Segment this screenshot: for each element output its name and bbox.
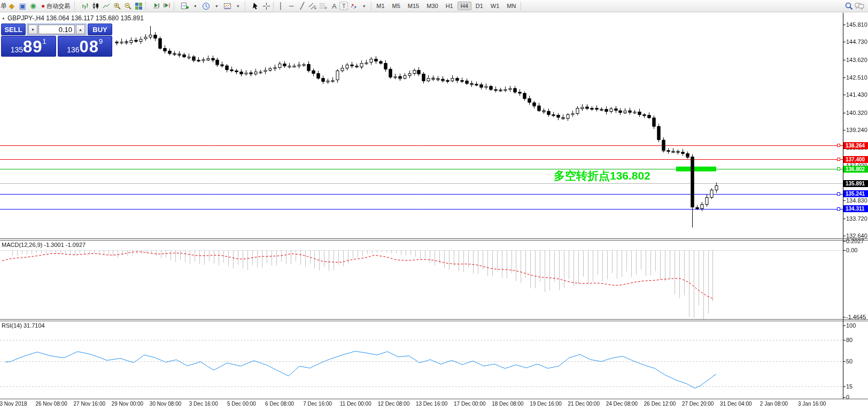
price-level-badge: 136.802 (843, 166, 868, 173)
new-order-icon[interactable]: ◆ (6, 1, 17, 11)
chart-title: GBPJPY-,H4 136.064 136.117 135.680 135.8… (7, 14, 144, 22)
price-tick-label: 140.320 (846, 110, 867, 116)
timeframe-button-H1[interactable]: H1 (443, 2, 456, 10)
price-level-badge: 135.241 (843, 190, 868, 197)
auto-scroll-icon[interactable] (151, 1, 161, 11)
macd-indicator-label: MACD(12,26,9) -1.3001 -1.0927 (2, 242, 86, 248)
buy-button[interactable]: BUY (88, 24, 112, 35)
sell-button[interactable]: SELL (1, 24, 26, 35)
timeframe-button-MN[interactable]: MN (503, 2, 519, 10)
timeframe-button-M15[interactable]: M15 (405, 2, 422, 10)
buy-price-prefix: 136 (67, 45, 79, 54)
templates-dropdown-caret[interactable]: ▾ (232, 1, 243, 11)
chart-collapse-arrow[interactable]: ▲ (2, 16, 5, 20)
volume-decrease-button[interactable]: ▼ (28, 25, 37, 34)
svg-text:F: F (325, 6, 327, 10)
pivot-annotation-text: 多空转折点136.802 (554, 168, 650, 183)
cursor-icon[interactable] (250, 1, 261, 11)
chart-shift-icon[interactable] (161, 1, 172, 11)
bar-chart-icon[interactable] (80, 1, 90, 11)
price-tick-label: 133.720 (846, 215, 867, 222)
arrows-dropdown-caret[interactable]: ▾ (359, 1, 369, 11)
macd-axis-label: 0.2027 (846, 238, 864, 244)
trendline-tool-icon[interactable]: ╱ (297, 1, 307, 11)
timeframe-button-W1[interactable]: W1 (487, 2, 503, 10)
new-chart-icon[interactable]: ▣ (17, 1, 28, 11)
candlestick-icon[interactable] (90, 1, 101, 11)
rsi-axis-label: 15 (846, 383, 852, 390)
price-level-badge: 137.400 (843, 156, 868, 163)
fibonacci-tool-icon[interactable]: F (318, 1, 329, 11)
channel-tool-icon[interactable]: E (307, 1, 318, 11)
chart-canvas[interactable] (0, 0, 868, 411)
volume-increase-button[interactable]: ▲ (76, 25, 85, 34)
zoom-out-icon[interactable] (122, 1, 133, 11)
price-tick-label: 139.240 (846, 127, 867, 133)
search-icon[interactable] (843, 1, 854, 11)
indicators-icon[interactable] (179, 1, 190, 11)
rsi-axis-label: 100 (846, 322, 856, 329)
buy-price-sup: 9 (99, 37, 103, 45)
rsi-axis-label: 0 (846, 394, 849, 400)
signals-icon[interactable]: ◉ (28, 1, 38, 11)
text-tool-icon[interactable]: A (329, 1, 339, 11)
svg-text:E: E (314, 6, 316, 10)
buy-price-box[interactable]: 136 08 9 (58, 36, 113, 57)
timeframe-button-M1[interactable]: M1 (373, 2, 387, 10)
vertical-line-tool-icon[interactable]: │ (275, 1, 286, 11)
main-toolbar: 单 ◆ ▣ ◉ ● 自动交易 ▾ ▾ ▾ │ ─ ╱ E F A T ▾ M1M… (0, 0, 868, 12)
price-tick-label: 143.620 (846, 57, 867, 63)
rsi-axis-label: 50 (846, 358, 852, 365)
time-axis: 3 Nov 201826 Nov 08:0027 Nov 16:0029 Nov… (0, 401, 868, 408)
price-tick-label: 142.510 (846, 74, 867, 81)
timeframe-button-M30[interactable]: M30 (423, 2, 441, 10)
label-tool-icon[interactable]: T (339, 2, 348, 10)
clipped-toolbar-text: 单 (1, 2, 6, 11)
timeframe-toolbar: M1M5M15M30H1H4D1W1MN (373, 2, 519, 10)
one-click-trade-panel: SELL ▼ 0.10 ▲ BUY 135 89 1 136 08 9 (1, 24, 112, 57)
volume-stepper: ▼ 0.10 ▲ (27, 24, 87, 35)
macd-axis-label: -1.4645 (846, 314, 866, 320)
price-tick-label: 144.730 (846, 38, 867, 45)
zoom-in-icon[interactable] (112, 1, 122, 11)
indicators-dropdown-caret[interactable]: ▾ (190, 1, 200, 11)
price-level-badge: 134.311 (843, 205, 868, 212)
sell-price-big: 89 (23, 38, 42, 55)
templates-icon[interactable] (222, 1, 232, 11)
crosshair-icon[interactable] (261, 1, 272, 11)
line-chart-icon[interactable] (101, 1, 112, 11)
chat-icon[interactable] (854, 1, 865, 11)
autotrading-label: 自动交易 (46, 2, 70, 10)
mt4-terminal-window: { "window": { "toolbar_clipped_text": "单… (0, 0, 868, 411)
timeframe-button-D1[interactable]: D1 (472, 2, 486, 10)
timeframe-button-H4[interactable]: H4 (458, 2, 471, 10)
autotrading-button[interactable]: ● 自动交易 (38, 1, 73, 11)
autotrading-icon: ● (41, 3, 45, 9)
sell-price-sup: 1 (43, 37, 46, 45)
buy-price-big: 08 (80, 38, 99, 55)
periods-dropdown-caret[interactable]: ▾ (211, 1, 222, 11)
macd-axis-label: 0.00 (846, 247, 857, 253)
price-level-badge: 135.891 (843, 180, 868, 187)
price-tick-label: 134.830 (846, 197, 867, 204)
horizontal-line-tool-icon[interactable]: ─ (286, 1, 297, 11)
periods-icon[interactable] (200, 1, 211, 11)
arrows-tool-icon[interactable] (348, 1, 359, 11)
timeframe-button-M5[interactable]: M5 (389, 2, 404, 10)
sell-price-prefix: 135 (11, 45, 23, 54)
time-axis-label: 3 Jan 16:00 (788, 401, 836, 407)
sell-price-box[interactable]: 135 89 1 (1, 36, 56, 57)
price-tick-label: 141.430 (846, 91, 867, 98)
tile-windows-icon[interactable] (133, 1, 144, 11)
volume-input[interactable]: 0.10 (38, 25, 75, 34)
price-tick-label: 145.810 (846, 21, 867, 28)
rsi-axis-label: 80 (846, 337, 852, 343)
price-level-badge: 138.264 (843, 142, 868, 149)
rsi-indicator-label: RSI(14) 31.7104 (2, 322, 45, 329)
